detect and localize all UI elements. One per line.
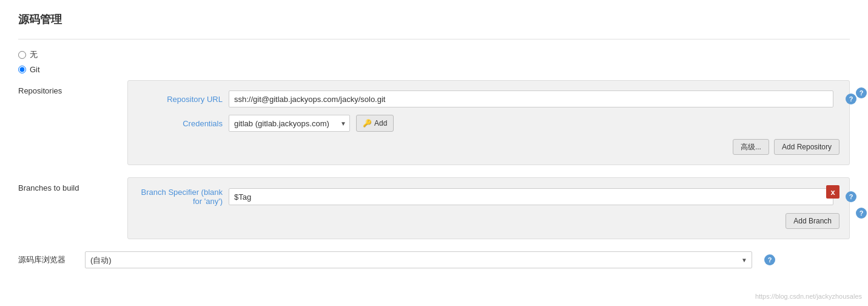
- key-icon: 🔑: [363, 119, 372, 127]
- source-browser-label: 源码库浏览器: [18, 254, 79, 265]
- add-credential-button[interactable]: 🔑 Add: [356, 115, 394, 132]
- repo-url-label: Repository URL: [138, 95, 223, 104]
- branch-btn-row: Add Branch: [138, 213, 839, 229]
- repositories-section-wrapper: Repository URL ? Credentials gitlab (git…: [127, 80, 850, 165]
- repo-url-help-icon[interactable]: ?: [846, 93, 856, 104]
- browser-select[interactable]: (自动): [85, 251, 752, 268]
- watermark: https://blog.csdn.net/jackyzhousales: [755, 293, 862, 300]
- branches-label: Branches to build: [18, 177, 127, 192]
- radio-none[interactable]: [18, 51, 26, 59]
- advanced-button[interactable]: 高级...: [733, 139, 769, 155]
- credentials-select-wrapper: gitlab (gitlab.jackyops.com) ▼: [229, 115, 350, 132]
- delete-branch-button[interactable]: x: [826, 185, 839, 199]
- credentials-label: Credentials: [138, 119, 223, 128]
- branches-section-wrapper: x Branch Specifier (blank for 'any') ? A…: [127, 177, 850, 239]
- source-browser-row: 源码库浏览器 (自动) ▼ ?: [18, 251, 850, 268]
- radio-none-item: 无: [18, 49, 850, 60]
- radio-git-label[interactable]: Git: [30, 65, 40, 74]
- branches-section-row: Branches to build x Branch Specifier (bl…: [18, 177, 850, 239]
- page-title: 源码管理: [18, 12, 850, 27]
- repositories-help-icon[interactable]: ?: [856, 87, 867, 98]
- branch-specifier-input[interactable]: [229, 188, 833, 205]
- repo-url-input[interactable]: [229, 90, 833, 107]
- branches-content: x Branch Specifier (blank for 'any') ? A…: [127, 177, 850, 239]
- radio-git-item: Git: [18, 65, 850, 74]
- browser-select-wrapper: (自动) ▼: [85, 251, 752, 268]
- source-browser-help-icon[interactable]: ?: [764, 254, 775, 265]
- branch-specifier-help-icon[interactable]: ?: [846, 191, 856, 202]
- branches-help-icon[interactable]: ?: [856, 208, 867, 219]
- add-branch-button[interactable]: Add Branch: [786, 213, 839, 229]
- branch-specifier-row: Branch Specifier (blank for 'any') ?: [138, 188, 839, 206]
- repo-url-row: Repository URL ?: [138, 90, 839, 107]
- repositories-label: Repositories: [18, 80, 127, 95]
- repositories-content: Repository URL ? Credentials gitlab (git…: [127, 80, 850, 165]
- scm-radio-group: 无 Git: [18, 49, 850, 74]
- divider: [18, 39, 850, 39]
- add-repository-button[interactable]: Add Repository: [774, 139, 839, 155]
- credentials-row: Credentials gitlab (gitlab.jackyops.com)…: [138, 115, 839, 132]
- credentials-select[interactable]: gitlab (gitlab.jackyops.com): [229, 115, 350, 132]
- radio-none-label[interactable]: 无: [30, 49, 38, 60]
- repositories-section-row: Repositories Repository URL ? Credential…: [18, 80, 850, 165]
- branch-specifier-label: Branch Specifier (blank for 'any'): [138, 188, 223, 206]
- repo-btn-row: 高级... Add Repository: [138, 139, 839, 155]
- page-container: 源码管理 无 Git Repositories Repository URL ?: [0, 0, 868, 306]
- add-credential-label: Add: [374, 119, 387, 127]
- radio-git[interactable]: [18, 66, 26, 73]
